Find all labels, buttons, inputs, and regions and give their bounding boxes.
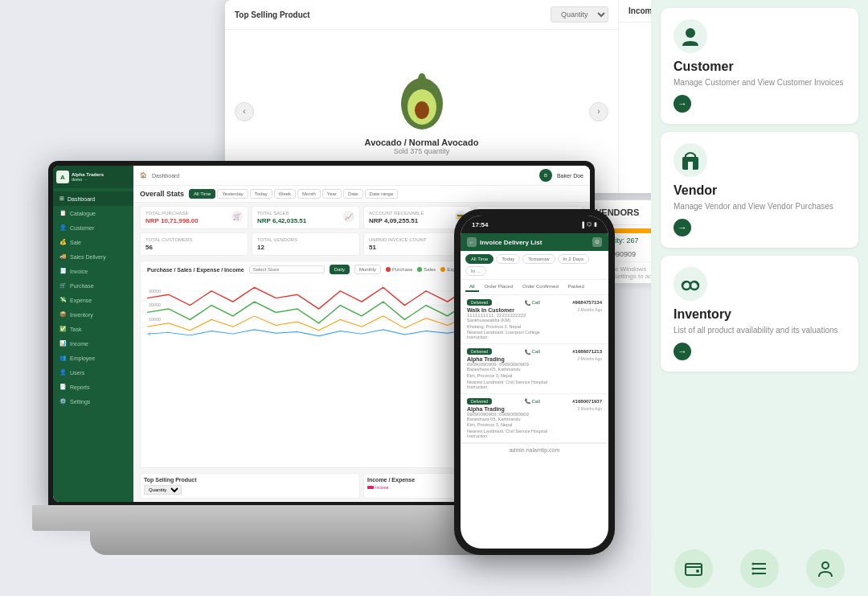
customer-address-3: Baneshwor-05, Kathmandu [467,417,602,423]
order-num-3: #1680071937 [572,399,602,404]
top-selling-title: Top Selling Product [235,10,310,19]
filter-tab-more[interactable]: In ... [465,266,486,276]
customer-instruction-2: Instruction: [467,384,602,389]
order-tab-placed[interactable]: Order Placed [481,282,517,292]
call-btn-2[interactable]: 📞 Call [525,349,540,355]
bottom-icon-person[interactable] [806,549,845,588]
phone-time: 17:54 [472,221,488,228]
sidebar-item-income[interactable]: 📊 Income [53,336,133,351]
sales-stat-icon: 📈 [343,211,354,222]
filter-month[interactable]: Month [297,189,321,199]
phone-back-icon[interactable]: ← [467,237,477,247]
vendor-card-arrow[interactable]: → [674,219,691,236]
svg-point-12 [686,28,695,38]
store-selector[interactable] [249,265,325,273]
chart-btn-daily[interactable]: Daily [330,265,350,274]
sidebar-item-catalogue[interactable]: 📋 Catalogue [53,206,133,220]
delivery-date-1: 2 Months Ago [577,307,602,313]
sidebar-item-invoice[interactable]: 🧾 Invoice [53,264,133,278]
call-btn-1[interactable]: 📞 Call [525,300,540,306]
feature-card-inventory: Inventory List of all product availabili… [661,256,858,372]
order-tab-all[interactable]: All [465,282,479,292]
chart-btn-monthly[interactable]: Monthly [354,265,381,274]
filter-date-range[interactable]: Date range [365,189,399,199]
sidebar-logo-text: Alpha Traders demo → [72,172,104,182]
delivery-item-1-header: Delivered 📞 Call #9684757134 [467,299,602,306]
sidebar-item-dashboard[interactable]: ⊞ Dashboard [53,191,133,206]
sidebar-item-settings[interactable]: ⚙️ Settings [53,394,133,409]
product-nav-left[interactable]: ‹ [235,102,254,121]
customer-address-1: Sankhuwasabha (KM) [467,318,602,324]
filter-week[interactable]: Week [274,189,296,199]
delivery-item-2: Delivered 📞 Call #1686071213 Alpha Tradi… [461,344,608,393]
bottom-icon-wallet[interactable] [674,549,713,588]
stats-header: Overall Stats All Time Yesterday Today W… [133,186,590,203]
phone-order-tabs: All Order Placed Order Confirmed Packed [461,280,608,295]
sidebar-item-customer[interactable]: 👤 Customer [53,220,133,235]
call-btn-3[interactable]: 📞 Call [525,398,540,404]
sidebar-item-reports[interactable]: 📑 Reports [53,380,133,394]
delivery-item-2-header: Delivered 📞 Call #1686071213 [467,348,602,355]
sidebar-item-sales-delivery[interactable]: 🚚 Sales Delivery [53,249,133,264]
sidebar-item-sale[interactable]: 💰 Sale [53,235,133,249]
svg-point-25 [752,573,755,575]
expense-icon: 💸 [59,297,67,303]
stat-invoice-value: 51 [369,244,466,251]
phone-github-icon[interactable]: ⊙ [592,237,602,247]
sidebar-item-inventory[interactable]: 📦 Inventory [53,307,133,322]
order-tab-confirmed[interactable]: Order Confirmed [518,282,563,292]
filter-all-time[interactable]: All Time [189,189,215,199]
sidebar-item-task[interactable]: ✅ Task [53,322,133,336]
stat-vendors-title: TOTAL VENDORS [257,237,354,242]
phone-bottom-nav: admin.nalamtip.com [461,443,608,456]
filter-date[interactable]: Date [343,189,363,199]
filter-tab-tomorrow[interactable]: Tomorrow [522,254,555,264]
person-svg-icon [816,559,835,578]
filter-tab-2days[interactable]: In 2 Days [558,254,589,264]
customer-district-1: Khotang, Province 3, Nepal [467,324,602,331]
svg-text:10000: 10000 [149,318,161,322]
sidebar-item-employee[interactable]: 👥 Employee [53,351,133,365]
breadcrumb: Dashboard [152,173,179,179]
inventory-card-arrow[interactable]: → [674,343,691,360]
phone-admin-label: admin.nalamtip.com [510,447,560,453]
sidebar-item-expense[interactable]: 💸 Expense [53,293,133,307]
feature-card-customer: Customer Manage Customer and View Custom… [661,8,858,124]
filter-tab-today[interactable]: Today [496,254,520,264]
wifi-icon: ⌬ [587,221,592,228]
filter-today[interactable]: Today [250,189,272,199]
inventory-card-icon [674,267,707,301]
product-image [390,68,454,133]
call-icon-2: 📞 [525,349,530,355]
stat-customers-title: TOTAL CUSTOMERS [145,237,243,242]
feature-card-vendor: Vendor Manage Vendor and View Vendor Pur… [661,132,858,248]
dashboard-icon: ⊞ [59,195,64,202]
delivery-item-1: Delivered 📞 Call #9684757134 Walk In Cus… [461,295,608,344]
sidebar-item-users[interactable]: 👤 Users [53,365,133,380]
bottom-qty-dropdown[interactable]: Quantity [144,485,182,495]
delivery-date-2: 2 Months Ago [577,356,602,362]
customer-name-1: Walk In Customer [467,307,514,313]
topbar-user: Baker Doe [557,173,583,179]
income-icon: 📊 [59,340,67,347]
quantity-dropdown[interactable]: Quantity [551,6,608,23]
filter-year[interactable]: Year [322,189,342,199]
sidebar-item-purchase[interactable]: 🛒 Purchase [53,278,133,293]
bottom-icon-list[interactable] [740,549,779,588]
filter-tab-all-time[interactable]: All Time [465,254,493,264]
stat-ar-title: ACCOUNT RECEIVABLE [369,211,424,216]
call-icon-3: 📞 [525,398,530,404]
product-nav-right[interactable]: › [589,102,608,121]
filter-yesterday[interactable]: Yesterday [217,189,248,199]
svg-point-24 [752,568,755,570]
stat-total-vendors: TOTAL VENDORS 12 [252,232,360,256]
bottom-top-selling: Top Selling Product Quantity [140,473,360,499]
customer-card-arrow[interactable]: → [674,95,691,113]
sales-legend-dot [417,267,422,272]
sidebar-nav: ⊞ Dashboard 📋 Catalogue 👤 Customer 💰 Sal… [53,188,133,412]
order-tab-packed[interactable]: Packed [564,282,588,292]
customer-instruction-3: Instruction: [467,434,602,438]
expense-legend-dot [440,267,445,272]
customer-svg-icon [679,25,702,47]
home-icon: 🏠 [140,172,147,179]
